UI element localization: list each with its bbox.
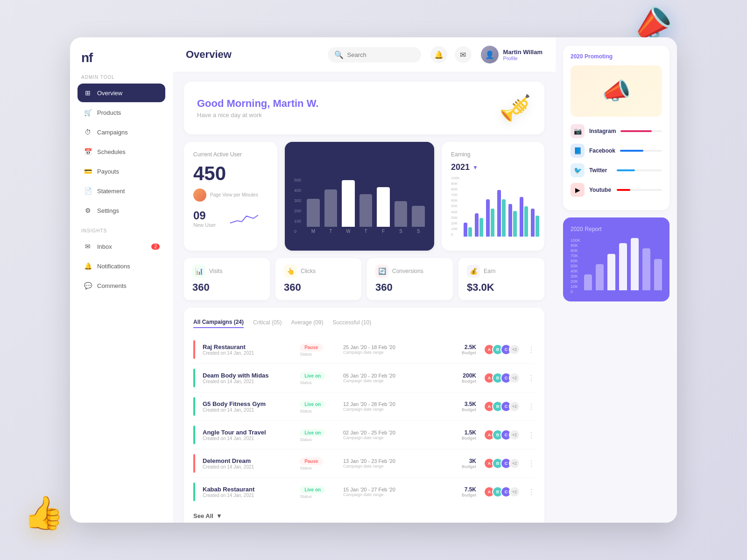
insights-nav: ✉ Inbox 2 🔔 Notifications 💬 Comments [78, 237, 165, 296]
youtube-icon: ▶ [571, 183, 585, 197]
chevron-down-icon[interactable]: ▼ [472, 164, 478, 171]
campaign-date-label: Campaign date range [343, 435, 433, 440]
instagram-icon: 📷 [571, 124, 585, 138]
search-bar[interactable]: 🔍 [328, 47, 421, 63]
notification-button[interactable]: 🔔 [430, 46, 447, 63]
promoting-year: 2020 [571, 53, 583, 60]
user-details: Martin Willam Profile [503, 49, 543, 61]
report-bar [607, 254, 615, 290]
campaign-row: Deam Body with Midas Created on 14 Jan, … [193, 364, 535, 392]
user-profile[interactable]: 👤 Martin Willam Profile [481, 46, 543, 63]
sidebar-item-settings[interactable]: ⚙ Settings [78, 201, 165, 220]
sidebar-item-comments[interactable]: 💬 Comments [78, 276, 165, 295]
chart-bar [307, 199, 320, 227]
earning-bar-purple [520, 197, 523, 237]
campaign-more-button[interactable]: ⋮ [528, 459, 535, 468]
status-badge: Live on [300, 400, 325, 408]
social-name-youtube: Youtube [589, 187, 612, 193]
campaign-budget: 2.5K Budget [440, 344, 476, 355]
earn-icon: 💰 [467, 265, 480, 278]
campaign-row: Kabab Restaurant Created on 14 Jan, 2021… [193, 478, 535, 506]
campaigns-section: All Campaigns (24)Critical (05)Average (… [184, 308, 544, 523]
metric-header-clicks: 👆 Clicks [284, 265, 353, 278]
report-year: 2020 [571, 226, 583, 232]
report-bar [642, 248, 650, 290]
campaign-avatars: ABC+2 [484, 372, 520, 384]
overview-icon: ⊞ [83, 88, 92, 98]
avatar: 👤 [481, 46, 499, 63]
campaign-more-button[interactable]: ⋮ [528, 488, 535, 497]
campaigns-tab-successful[interactable]: Successful (10) [333, 317, 372, 328]
campaigns-tab-critical[interactable]: Critical (05) [253, 317, 282, 328]
sidebar-item-products[interactable]: 🛒 Products [78, 103, 165, 122]
campaign-row: Angle Tour and Travel Created on 14 Jan,… [193, 421, 535, 449]
new-user-details: 09 New User [193, 209, 216, 228]
social-bar-fill [620, 150, 643, 152]
sidebar-item-schedules[interactable]: 📅 Schedules [78, 142, 165, 161]
chart-bar [377, 187, 390, 227]
earning-year: 2021 [451, 162, 470, 172]
earning-bar-group [464, 223, 472, 237]
bar-chart: M T W T F S S [307, 175, 425, 243]
status-badge: Live on [300, 429, 325, 437]
report-bar [619, 243, 627, 290]
sidebar-item-notifications[interactable]: 🔔 Notifications [78, 257, 165, 275]
promoting-label: Promoting [585, 53, 613, 60]
mail-button[interactable]: ✉ [455, 46, 472, 63]
main-container: nf Admin Tool ⊞ Overview 🛒 Products ⏱ Ca… [70, 37, 677, 523]
earning-bar-teal [513, 211, 517, 237]
sidebar-item-payouts[interactable]: 💳 Payouts [78, 162, 165, 181]
campaign-budget-label: Budget [440, 436, 476, 441]
sidebar-item-statement[interactable]: 📄 Statement [78, 182, 165, 200]
campaign-info: Deam Body with Midas Created on 14 Jan, … [203, 372, 292, 384]
campaign-avatars: ABC+2 [484, 401, 520, 412]
sidebar-item-inbox[interactable]: ✉ Inbox 2 [78, 237, 165, 256]
bar-label: F [382, 229, 385, 234]
campaign-dates: 15 Jan '20 - 27 Feb '20 Campaign date ra… [343, 487, 433, 497]
metric-header-conversions: 🔄 Conversions [375, 265, 444, 278]
social-bar-bg [617, 189, 662, 191]
campaign-avatars: ABC+2 [484, 429, 520, 441]
earning-bar-teal [491, 209, 494, 237]
sidebar-label-payouts: Payouts [97, 168, 119, 175]
bar-label: T [364, 229, 367, 234]
earning-chart [464, 176, 539, 241]
campaigns-tab-all[interactable]: All Campaigns (24) [193, 317, 244, 328]
social-name-facebook: Facebook [589, 147, 615, 154]
promoting-card: 2020 Promoting 📣 📷 Instagram 📘 Facebook … [563, 46, 669, 210]
campaign-created: Created on 14 Jan, 2021 [203, 350, 292, 356]
earning-bar-group [508, 204, 517, 237]
campaign-indicator [193, 483, 195, 501]
bar-label: T [329, 229, 332, 234]
social-item-twitter: 🐦 Twitter [571, 163, 662, 177]
metric-label-conversions: Conversions [392, 268, 423, 274]
social-bar-bg [620, 150, 662, 152]
campaign-more-button[interactable]: ⋮ [528, 431, 535, 440]
campaign-more-button[interactable]: ⋮ [528, 402, 535, 411]
campaign-date-label: Campaign date range [343, 492, 433, 497]
campaign-budget: 200K Budget [440, 372, 476, 384]
metric-card-clicks: 👆 Clicks 360 [275, 258, 361, 300]
sidebar-item-overview[interactable]: ⊞ Overview [78, 84, 165, 102]
campaign-name: Deam Body with Midas [203, 372, 292, 379]
status-badge: Live on [300, 372, 325, 380]
sidebar-item-campaigns[interactable]: ⏱ Campaigns [78, 123, 165, 141]
see-all-button[interactable]: See All ▼ [193, 512, 535, 519]
status-col: Pause Status [300, 456, 336, 470]
campaign-date-label: Campaign date range [343, 464, 433, 469]
campaigns-tab-average[interactable]: Average (09) [291, 317, 323, 328]
sidebar-nav: ⊞ Overview 🛒 Products ⏱ Campaigns 📅 Sche… [78, 84, 165, 221]
logo: nf [78, 50, 165, 65]
bar-group: S [395, 201, 408, 234]
earning-bar-teal [524, 206, 528, 237]
inbox-badge: 2 [151, 244, 160, 250]
welcome-text: Good Morning, Martin W. Have a nice day … [197, 98, 318, 119]
campaign-more-button[interactable]: ⋮ [528, 345, 535, 354]
search-input[interactable] [347, 51, 415, 58]
earning-bar-group [475, 213, 483, 237]
chart-bar [324, 189, 338, 227]
campaign-more-button[interactable]: ⋮ [528, 374, 535, 383]
metric-card-visits: 📊 Visits 360 [184, 258, 270, 300]
campaign-name: Kabab Restaurant [203, 486, 292, 493]
conversions-icon: 🔄 [375, 265, 388, 278]
